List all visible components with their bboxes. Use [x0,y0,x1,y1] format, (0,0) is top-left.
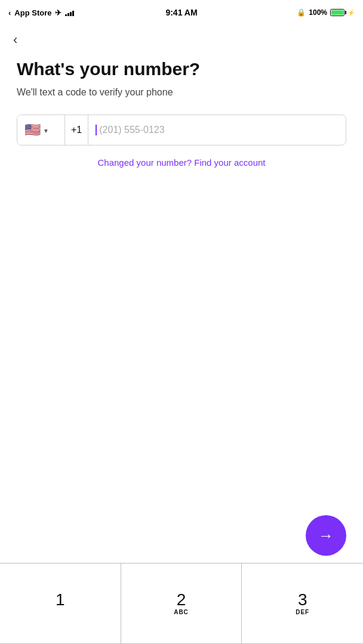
next-arrow-icon: → [318,527,334,545]
key-1[interactable]: 1 [0,564,121,644]
back-arrow-status: ‹ [8,8,11,17]
country-code-label: +1 [65,115,88,145]
main-content: What's your number? We'll text a code to… [0,52,363,168]
key-2[interactable]: 2 ABC [121,564,242,644]
back-row: ‹ [0,25,363,52]
dropdown-arrow-icon: ▼ [43,128,49,134]
lightning-icon: ⚡ [347,10,355,16]
text-cursor [96,125,97,135]
signal-bars [65,10,74,16]
back-button[interactable]: ‹ [10,31,21,49]
country-selector[interactable]: 🇺🇸 ▼ [17,115,65,145]
key-2-number: 2 [177,592,186,608]
phone-input-area[interactable]: (201) 555-0123 [88,125,346,135]
status-bar: ‹ App Store ✈ 9:41 AM 🔒 100% ⚡ [0,0,363,25]
battery-percent: 100% [309,8,327,17]
page-title: What's your number? [17,58,346,80]
status-left: ‹ App Store ✈ [8,8,74,17]
next-button[interactable]: → [306,515,346,556]
battery-fill [331,10,343,15]
phone-input-row[interactable]: 🇺🇸 ▼ +1 (201) 555-0123 [17,114,346,145]
battery-icon [330,9,344,16]
keyboard: 1 2 ABC 3 DEF [0,563,363,644]
key-3[interactable]: 3 DEF [242,564,363,644]
key-1-number: 1 [56,592,65,608]
flag-icon: 🇺🇸 [24,123,41,137]
phone-placeholder: (201) 555-0123 [99,125,164,135]
back-chevron-icon: ‹ [13,32,17,48]
key-3-number: 3 [298,592,307,608]
lock-icon: 🔒 [297,8,306,17]
key-2-letters: ABC [174,609,189,615]
page-subtitle: We'll text a code to verify your phone [17,87,346,98]
status-right: 🔒 100% ⚡ [297,8,355,17]
status-time: 9:41 AM [165,8,197,17]
app-store-label: App Store [14,8,51,17]
find-account-link[interactable]: Changed your number? Find your account [17,157,346,168]
airplane-icon: ✈ [55,8,61,17]
key-3-letters: DEF [296,609,309,615]
